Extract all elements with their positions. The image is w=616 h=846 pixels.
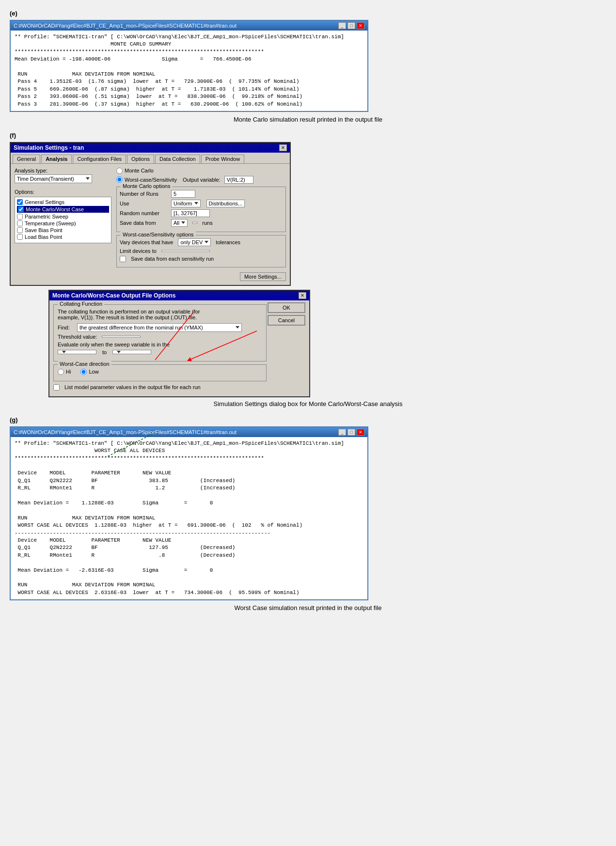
radio-low[interactable] bbox=[80, 369, 87, 375]
collating-group-title: Collating Function bbox=[58, 301, 104, 307]
num-runs-row: Number of Runs 5 bbox=[120, 190, 283, 198]
section-g: (g) C:#WON#OrCAD#Yang#Elec#BJT_CE_Amp1_m… bbox=[10, 416, 606, 611]
list-model-checkbox[interactable] bbox=[53, 384, 60, 391]
checkbox-monte-carlo-input[interactable] bbox=[18, 206, 24, 212]
analysis-radios: Monte Carlo Worst-case/Sensitivity Outpu… bbox=[116, 168, 286, 184]
tolerances-label: tolerances bbox=[216, 239, 240, 245]
checkbox-temperature-sweep[interactable]: Temperature (Sweep) bbox=[17, 220, 109, 226]
find-label: Find: bbox=[58, 325, 72, 330]
analysis-type-select[interactable]: Time Domain(Transient) bbox=[15, 174, 92, 183]
tab-data-collection[interactable]: Data Collection bbox=[155, 155, 200, 163]
eval-from-select[interactable] bbox=[58, 350, 96, 354]
ok-button[interactable]: OK bbox=[268, 302, 305, 313]
checkbox-save-bias-input[interactable] bbox=[17, 227, 23, 233]
vary-select[interactable]: only DEV bbox=[178, 238, 211, 246]
mc-dialog-close-btn[interactable]: ✕ bbox=[299, 292, 306, 299]
radio-low-label: Low bbox=[89, 369, 98, 375]
distributions-btn[interactable]: Distributions... bbox=[206, 200, 245, 207]
output-window-g: C:#WON#OrCAD#Yang#Elec#BJT_CE_Amp1_mon-P… bbox=[10, 426, 368, 600]
tab-probe-window[interactable]: Probe Window bbox=[201, 155, 245, 163]
tab-analysis[interactable]: Analysis bbox=[41, 155, 72, 163]
checkbox-temperature-sweep-input[interactable] bbox=[17, 220, 23, 226]
save-data-input[interactable] bbox=[192, 222, 197, 224]
random-label: Random number bbox=[120, 210, 168, 216]
use-select-arrow bbox=[194, 202, 198, 204]
num-runs-input[interactable]: 5 bbox=[171, 190, 195, 198]
checkbox-general-settings[interactable]: General Settings bbox=[17, 199, 109, 205]
caption-g: Worst Case simulation result printed in … bbox=[10, 604, 606, 611]
output-window-e: C:#WON#OrCAD#Yang#Elec#BJT_CE_Amp1_mon-P… bbox=[10, 20, 368, 112]
find-dropdown[interactable]: the greatest difference from the nominal… bbox=[77, 323, 242, 332]
save-data-label: Save data from bbox=[120, 220, 168, 226]
list-model-label: List model parameter values in the outpu… bbox=[64, 384, 201, 390]
worst-case-dir-radios: Hi Low bbox=[58, 369, 262, 377]
eval-from-arrow bbox=[62, 351, 66, 353]
tab-options[interactable]: Options bbox=[127, 155, 154, 163]
output-content-g: ** Profile: "SCHEMATIC1-tran" [ C:\WON\O… bbox=[11, 437, 367, 599]
radio-low-item[interactable]: Low bbox=[80, 369, 98, 375]
caption-f: Simulation Settings dialog box for Monte… bbox=[10, 400, 606, 407]
worst-case-dir-title: Worst-Case direction bbox=[58, 361, 111, 367]
checkbox-load-bias-input[interactable] bbox=[17, 234, 23, 240]
maximize-btn-e[interactable]: □ bbox=[347, 22, 355, 29]
radio-worst-case[interactable] bbox=[116, 176, 123, 183]
close-btn-g[interactable]: ✕ bbox=[357, 429, 364, 436]
radio-monte-carlo-item[interactable]: Monte Carlo bbox=[116, 168, 286, 174]
use-select[interactable]: Uniform bbox=[171, 200, 201, 207]
radio-hi[interactable] bbox=[58, 369, 64, 375]
checkbox-load-bias[interactable]: Load Bias Point bbox=[17, 234, 109, 240]
save-data-arrow bbox=[181, 221, 185, 224]
radio-monte-carlo[interactable] bbox=[116, 168, 123, 174]
sim-dialog-titlebar: Simulation Settings - tran ✕ bbox=[11, 143, 290, 153]
cancel-button[interactable]: Cancel bbox=[268, 315, 305, 326]
runs-suffix: runs bbox=[202, 220, 212, 226]
radio-worst-case-item[interactable]: Worst-case/Sensitivity Output variable: … bbox=[116, 176, 286, 184]
tab-general[interactable]: General bbox=[13, 155, 40, 163]
more-settings-btn[interactable]: More Settings... bbox=[240, 272, 286, 281]
use-row: Use Uniform Distributions... bbox=[120, 200, 283, 207]
analysis-type-label: Analysis type: bbox=[15, 168, 111, 173]
radio-hi-item[interactable]: Hi bbox=[58, 369, 71, 375]
checkbox-parametric-sweep-input[interactable] bbox=[17, 214, 23, 219]
eval-to-select[interactable] bbox=[112, 350, 151, 354]
threshold-input[interactable] bbox=[102, 336, 141, 338]
section-f-label: (f) bbox=[10, 132, 606, 139]
output-var-label: Output variable: bbox=[183, 177, 221, 183]
maximize-btn-g[interactable]: □ bbox=[347, 429, 355, 436]
num-runs-label: Number of Runs bbox=[120, 191, 168, 197]
collating-group: Collating Function The collating functio… bbox=[53, 304, 267, 361]
worst-case-group-title: Worst-case/Sensitivity options bbox=[121, 232, 196, 237]
evaluate-label: Evaluate only when the sweep variable is… bbox=[58, 342, 262, 347]
sim-dialog-right: Monte Carlo Worst-case/Sensitivity Outpu… bbox=[116, 168, 286, 281]
monte-carlo-group-title: Monte Carlo options bbox=[121, 183, 172, 189]
save-sensitivity-label: Save data from each sensitivity run bbox=[131, 256, 214, 262]
minimize-btn-g[interactable]: _ bbox=[338, 429, 346, 436]
output-titlebar-g[interactable]: C:#WON#OrCAD#Yang#Elec#BJT_CE_Amp1_mon-P… bbox=[11, 427, 367, 437]
worst-case-dir-group: Worst-Case direction Hi Low bbox=[53, 364, 267, 381]
section-g-label: (g) bbox=[10, 416, 606, 423]
radio-hi-label: Hi bbox=[66, 369, 71, 375]
tab-config-files[interactable]: Configuration Files bbox=[73, 155, 126, 163]
monte-carlo-options-group: Monte Carlo options Number of Runs 5 Use… bbox=[116, 187, 286, 232]
output-var-input[interactable]: V(RL:2) bbox=[224, 176, 253, 184]
output-titlebar-e[interactable]: C:#WON#OrCAD#Yang#Elec#BJT_CE_Amp1_mon-P… bbox=[11, 21, 367, 31]
save-sensitivity-checkbox[interactable] bbox=[120, 256, 126, 262]
mc-dialog-titlebar: Monte Carlo/Worst-Case Output File Optio… bbox=[49, 291, 309, 300]
save-data-select[interactable]: All bbox=[171, 219, 188, 227]
checkbox-parametric-sweep[interactable]: Parametric Sweep bbox=[17, 214, 109, 219]
threshold-label: Threshold value: bbox=[58, 334, 97, 340]
checkbox-monte-carlo[interactable]: Monte Carlo/Worst Case bbox=[17, 206, 109, 213]
threshold-row: Threshold value: bbox=[58, 334, 262, 340]
limit-input[interactable] bbox=[161, 250, 210, 252]
find-dropdown-arrow bbox=[236, 326, 239, 329]
options-label: Options: bbox=[15, 189, 111, 195]
checkbox-save-bias[interactable]: Save Bias Point bbox=[17, 227, 109, 233]
random-input[interactable]: [1, 32767] bbox=[171, 209, 210, 217]
close-btn-e[interactable]: ✕ bbox=[357, 22, 364, 29]
output-content-e: ** Profile: "SCHEMATIC1-tran" [ C:\WON\O… bbox=[11, 31, 367, 111]
sim-dialog-close[interactable]: ✕ bbox=[279, 144, 287, 151]
section-f: (f) Simulation Settings - tran ✕ General… bbox=[10, 132, 606, 407]
checkbox-general-settings-input[interactable] bbox=[17, 199, 23, 205]
minimize-btn-e[interactable]: _ bbox=[338, 22, 346, 29]
section-e-label: (e) bbox=[10, 10, 606, 17]
